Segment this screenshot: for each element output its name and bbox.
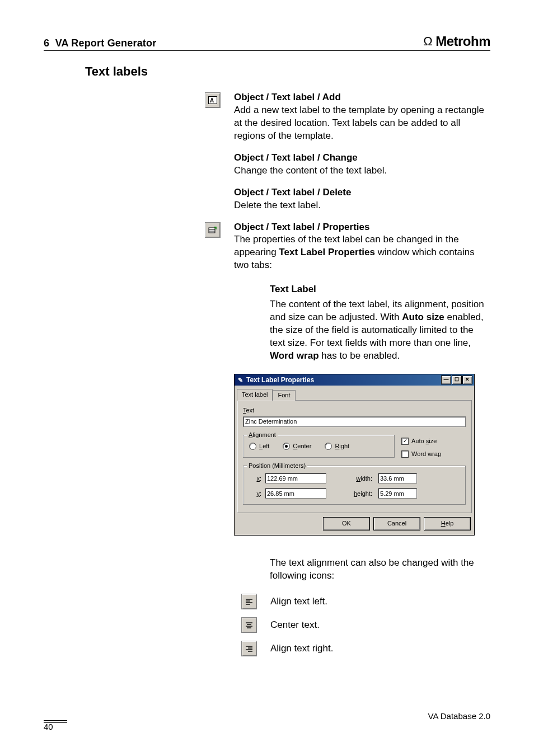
height-label: height: (330, 490, 374, 498)
ok-button[interactable]: OK (323, 517, 370, 530)
properties-tool-icon[interactable] (205, 222, 221, 238)
page-number: 40 (44, 722, 490, 731)
x-input[interactable] (265, 473, 326, 483)
y-input[interactable] (265, 488, 326, 499)
check-autosize[interactable]: ✓Auto size (401, 437, 466, 445)
radio-right[interactable]: Right (325, 442, 349, 450)
check-wordwrap[interactable]: Word wrap (401, 450, 466, 458)
omega-icon: Ω (423, 34, 433, 49)
chapter-title: VA Report Generator (55, 37, 157, 49)
menu-path-properties: Object / Text label / Properties (234, 222, 369, 232)
footer-product: VA Database 2.0 (44, 711, 490, 721)
section-title: Text labels (85, 64, 490, 79)
text-label-tool-icon[interactable]: A (205, 92, 221, 108)
position-group-title: Position (Millimeters) (247, 462, 307, 470)
dialog-app-icon: ✎ (236, 376, 244, 384)
align-left-text: Align text left. (270, 595, 327, 608)
menu-path-add: Object / Text label / Add (234, 92, 341, 102)
text-input[interactable] (243, 416, 466, 427)
align-center-text: Center text. (270, 619, 320, 632)
text-field-label: Text (243, 406, 466, 415)
svg-text:A: A (210, 97, 214, 104)
minimize-icon[interactable]: — (441, 375, 451, 384)
radio-left[interactable]: Left (249, 442, 269, 450)
chapter-number: 6 (44, 37, 49, 49)
delete-text: Delete the text label. (234, 200, 321, 210)
page-header: 6 VA Report Generator ΩMetrohm (44, 34, 490, 51)
align-right-icon[interactable] (241, 641, 257, 656)
tab-textlabel-heading: Text Label (270, 283, 316, 296)
x-label: x: (249, 475, 261, 483)
width-label: width: (330, 475, 374, 483)
dialog-title: Text Label Properties (246, 375, 314, 384)
maximize-icon[interactable]: ☐ (452, 375, 462, 384)
align-center-icon[interactable] (241, 617, 257, 633)
cancel-button[interactable]: Cancel (373, 517, 420, 530)
add-text: Add a new text label to the template by … (234, 105, 484, 141)
props-winname: Text Label Properties (279, 247, 375, 257)
post-intro: The text alignment can also be changed w… (270, 557, 490, 583)
height-input[interactable] (378, 488, 417, 499)
text-label-properties-dialog: ✎ Text Label Properties — ☐ ✕ Text label… (234, 374, 475, 536)
align-left-icon[interactable] (241, 594, 257, 609)
y-label: y: (249, 490, 261, 498)
dialog-titlebar[interactable]: ✎ Text Label Properties — ☐ ✕ (235, 374, 474, 386)
alignment-group-title: Alignment (247, 431, 278, 439)
change-text: Change the content of the text label. (234, 165, 387, 176)
tab-font[interactable]: Font (273, 390, 295, 401)
width-input[interactable] (378, 473, 417, 483)
align-right-text: Align text right. (270, 642, 333, 655)
svg-rect-2 (209, 228, 215, 233)
brand-logo: ΩMetrohm (423, 34, 490, 49)
menu-path-change: Object / Text label / Change (234, 152, 358, 163)
radio-center[interactable]: Center (283, 442, 311, 450)
tab-textlabel[interactable]: Text label (237, 389, 273, 401)
close-icon[interactable]: ✕ (462, 375, 472, 384)
menu-path-delete: Object / Text label / Delete (234, 187, 351, 198)
help-button[interactable]: Help (424, 517, 471, 530)
